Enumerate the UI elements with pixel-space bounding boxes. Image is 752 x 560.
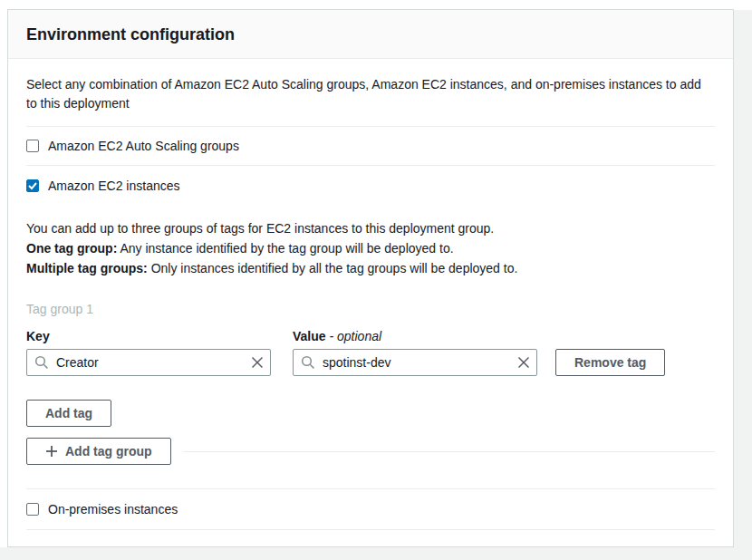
key-input[interactable] bbox=[26, 349, 271, 376]
add-tag-button[interactable]: Add tag bbox=[26, 400, 111, 427]
panel-title: Environment configuration bbox=[26, 25, 715, 44]
tag-help-text: You can add up to three groups of tags f… bbox=[26, 218, 715, 278]
add-tag-group-rule bbox=[183, 451, 715, 452]
field-labels-row: Key Value - optional bbox=[26, 329, 715, 343]
value-input-wrap bbox=[293, 349, 537, 376]
value-label: Value - optional bbox=[293, 329, 381, 343]
checkbox-row-on-premises: On-premises instances bbox=[26, 489, 715, 529]
checkbox-row-auto-scaling: Amazon EC2 Auto Scaling groups bbox=[26, 127, 715, 165]
checkmark-icon bbox=[28, 181, 37, 190]
checkbox-row-ec2-instances: Amazon EC2 instances bbox=[26, 166, 715, 206]
environment-configuration-panel: Environment configuration Select any com… bbox=[7, 9, 734, 547]
add-tag-group-label: Add tag group bbox=[65, 444, 152, 459]
bottom-padding bbox=[26, 530, 715, 544]
panel-description: Select any combination of Amazon EC2 Aut… bbox=[26, 75, 715, 113]
value-clear-icon[interactable] bbox=[516, 354, 532, 371]
tag-inputs-row: Remove tag bbox=[26, 349, 715, 376]
tag-help-line1: You can add up to three groups of tags f… bbox=[26, 218, 715, 238]
add-tag-group-row: Add tag group bbox=[26, 438, 715, 465]
key-label: Key bbox=[26, 329, 293, 343]
on-premises-label: On-premises instances bbox=[48, 502, 178, 517]
value-input[interactable] bbox=[293, 349, 537, 376]
tag-help-line3: Multiple tag groups: Only instances iden… bbox=[26, 258, 715, 278]
page-gutter-bottom bbox=[0, 547, 752, 560]
panel-header: Environment configuration bbox=[8, 10, 733, 59]
key-clear-icon[interactable] bbox=[249, 354, 265, 371]
page-gutter-right bbox=[734, 10, 752, 560]
auto-scaling-label: Amazon EC2 Auto Scaling groups bbox=[48, 139, 239, 153]
plus-icon bbox=[45, 445, 58, 458]
ec2-instances-label: Amazon EC2 instances bbox=[48, 179, 180, 193]
tag-help-line2: One tag group: Any instance identified b… bbox=[26, 238, 715, 258]
add-tag-group-button[interactable]: Add tag group bbox=[26, 438, 171, 465]
remove-tag-button[interactable]: Remove tag bbox=[555, 349, 665, 376]
panel-body: Select any combination of Amazon EC2 Aut… bbox=[8, 59, 733, 544]
tag-group-title: Tag group 1 bbox=[26, 302, 715, 316]
on-premises-checkbox[interactable] bbox=[26, 503, 39, 516]
key-input-wrap bbox=[26, 349, 271, 376]
auto-scaling-checkbox[interactable] bbox=[26, 140, 39, 152]
ec2-instances-checkbox[interactable] bbox=[26, 179, 39, 192]
